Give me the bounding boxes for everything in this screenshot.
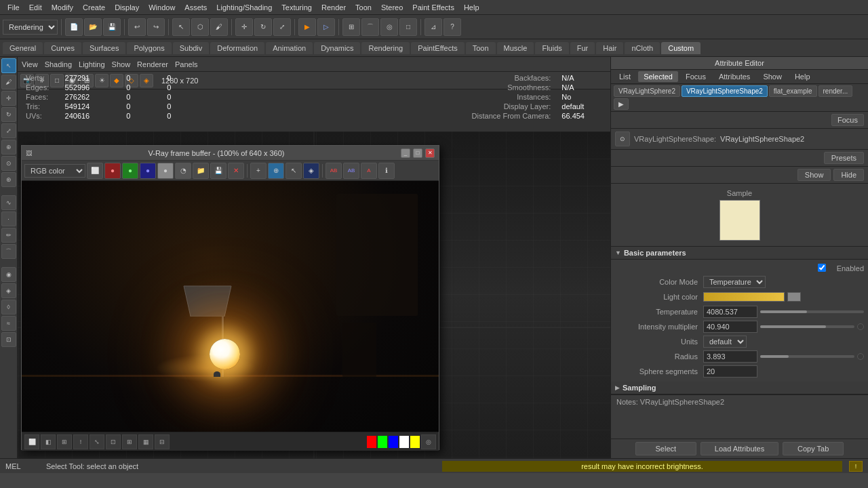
shelf-tab-polygons[interactable]: Polygons	[127, 42, 171, 54]
vray-tool-gray[interactable]: ◔	[175, 163, 191, 179]
vray-status-6[interactable]: ⊡	[106, 434, 121, 449]
ipr-btn[interactable]: ▷	[317, 18, 335, 36]
mel-label[interactable]: MEL	[5, 462, 39, 470]
attr-tab-help[interactable]: Help	[789, 71, 816, 82]
sculpt-tool[interactable]: ◉	[1, 267, 16, 282]
vray-status-9[interactable]: ⊟	[155, 434, 170, 449]
load-attributes-button[interactable]: Load Attributes	[701, 442, 778, 455]
snap-surface-btn[interactable]: □	[399, 18, 417, 36]
channel-dropdown[interactable]: RGB color	[24, 164, 85, 178]
scale-btn[interactable]: ⤢	[273, 18, 291, 36]
construction-btn[interactable]: ⊿	[425, 18, 442, 36]
pencil-tool[interactable]: ✏	[1, 228, 16, 243]
enabled-checkbox[interactable]	[818, 264, 826, 272]
shelf-tab-muscle[interactable]: Muscle	[497, 42, 534, 54]
attr-scroll-area[interactable]: ▼ Basic parameters Enabled Color Mode T	[611, 247, 868, 439]
vray-tool-folder[interactable]: 📁	[193, 163, 209, 179]
shelf-tab-hair[interactable]: Hair	[596, 42, 623, 54]
shelf-tab-ncloth[interactable]: nCloth	[625, 42, 660, 54]
radius-lock[interactable]	[857, 353, 864, 360]
redo-btn[interactable]: ↪	[147, 18, 165, 36]
viewport-view-menu[interactable]: View	[22, 60, 38, 68]
vray-tool-white[interactable]: ●	[157, 163, 174, 179]
vray-tool-move[interactable]: ⊕	[268, 163, 284, 179]
menu-paintfx[interactable]: Paint Effects	[408, 2, 459, 13]
menu-window[interactable]: Window	[144, 2, 180, 13]
help-line-btn[interactable]: ?	[443, 18, 461, 36]
vray-status-1[interactable]: ⬜	[24, 434, 39, 449]
vray-tool-extra[interactable]: A	[361, 163, 377, 179]
vray-tool-color[interactable]: ◈	[303, 163, 319, 179]
menu-edit[interactable]: Edit	[24, 2, 47, 13]
shelf-tab-fluids[interactable]: Fluids	[535, 42, 568, 54]
basic-params-section[interactable]: ▼ Basic parameters	[611, 247, 868, 260]
hide-button[interactable]: Hide	[833, 169, 864, 181]
select-tool[interactable]: ↖	[1, 58, 16, 73]
scale-tool[interactable]: ⤢	[1, 123, 16, 138]
vray-tool-red[interactable]: ●	[104, 163, 121, 179]
undo-btn[interactable]: ↩	[128, 18, 146, 36]
vray-status-5[interactable]: ⤡	[90, 434, 104, 449]
shelf-tab-paintfx[interactable]: PaintEffects	[411, 42, 465, 54]
fur-tool[interactable]: ◊	[1, 300, 16, 314]
module-dropdown[interactable]: Rendering	[3, 20, 58, 35]
vray-maximize-btn[interactable]: □	[413, 148, 422, 158]
open-btn[interactable]: 📂	[84, 18, 102, 36]
vray-status-2[interactable]: ◧	[41, 434, 56, 449]
universal-tool[interactable]: ⊕	[1, 140, 16, 155]
viewport-panels-menu[interactable]: Panels	[175, 60, 198, 68]
color-mode-dropdown[interactable]: Temperature	[703, 276, 766, 288]
intensity-lock[interactable]	[857, 323, 864, 330]
shelf-tab-dynamics[interactable]: Dynamics	[314, 42, 360, 54]
sphere-segments-input[interactable]	[703, 365, 757, 378]
vray-tool-ab2[interactable]: AB	[343, 163, 359, 179]
vray-minimize-btn[interactable]: _	[401, 148, 410, 158]
menu-render[interactable]: Render	[317, 2, 351, 13]
attr-tab-list[interactable]: List	[614, 71, 636, 82]
attr-tab-show[interactable]: Show	[757, 71, 787, 82]
render-btn[interactable]: ▶	[298, 18, 316, 36]
copy-tab-button[interactable]: Copy Tab	[783, 442, 844, 455]
new-file-btn[interactable]: 📄	[65, 18, 83, 36]
vray-tool-cursor[interactable]: ↖	[285, 163, 302, 179]
menu-create[interactable]: Create	[78, 2, 110, 13]
vray-status-end[interactable]: ◎	[421, 434, 436, 449]
node-shape-icon[interactable]: ⊙	[615, 131, 630, 146]
menu-texturing[interactable]: Texturing	[277, 2, 317, 13]
shelf-tab-subdiv[interactable]: Subdiv	[173, 42, 210, 54]
light-color-bar[interactable]	[703, 292, 785, 302]
intensity-input[interactable]	[703, 321, 757, 333]
shelf-tab-fur[interactable]: Fur	[570, 42, 595, 54]
attr-tab-focus[interactable]: Focus	[680, 71, 711, 82]
lasso-btn[interactable]: ⬡	[191, 18, 209, 36]
sample-swatch[interactable]	[719, 200, 760, 241]
ep-tool[interactable]: ·	[1, 211, 16, 226]
node-tab-flat[interactable]: flat_example	[769, 85, 817, 97]
menu-stereo[interactable]: Stereo	[376, 2, 408, 13]
viewport-show-menu[interactable]: Show	[112, 60, 131, 68]
menu-modify[interactable]: Modify	[47, 2, 78, 13]
light-color-slider[interactable]	[787, 292, 801, 302]
vray-tool-plus[interactable]: +	[250, 163, 267, 179]
viewport-shading-menu[interactable]: Shading	[45, 60, 72, 68]
vray-tool-ab1[interactable]: AB	[326, 163, 342, 179]
show-button[interactable]: Show	[797, 169, 831, 181]
cloth-tool[interactable]: ◈	[1, 283, 16, 298]
soft-tool[interactable]: ⊙	[1, 156, 16, 171]
vray-tool-green[interactable]: ●	[122, 163, 138, 179]
vray-tool-blue[interactable]: ●	[140, 163, 156, 179]
attr-tab-attributes[interactable]: Attributes	[713, 71, 755, 82]
focus-button[interactable]: Focus	[831, 114, 864, 126]
node-tab-sphereshape2[interactable]: VRayLightSphereShape2	[682, 85, 768, 97]
radius-input[interactable]	[703, 350, 757, 363]
viewport-renderer-menu[interactable]: Renderer	[137, 60, 168, 68]
node-tab-render[interactable]: render...	[818, 85, 853, 97]
vray-canvas[interactable]	[22, 181, 439, 432]
menu-toon[interactable]: Toon	[351, 2, 376, 13]
select-button[interactable]: Select	[635, 442, 696, 455]
viewport-canvas[interactable]: X Y Z 🖼 V-Ray frame buffer - (100% of 64…	[18, 131, 610, 458]
snap-curve-btn[interactable]: ⌒	[361, 18, 379, 36]
shelf-tab-deformation[interactable]: Deformation	[210, 42, 264, 54]
vray-status-7[interactable]: ⊞	[122, 434, 137, 449]
vray-tool-1[interactable]: ⬜	[87, 163, 103, 179]
